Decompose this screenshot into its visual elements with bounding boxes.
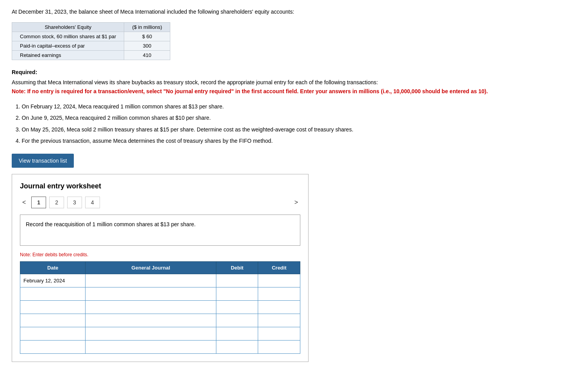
journal-debit-input[interactable] <box>219 304 255 310</box>
transaction-4: 4. For the previous transaction, assume … <box>16 136 566 146</box>
journal-account-input[interactable] <box>89 304 213 310</box>
journal-account-cell[interactable] <box>86 314 216 327</box>
equity-col-header-2: ($ in millions) <box>124 23 170 32</box>
journal-debit-cell[interactable] <box>216 287 258 300</box>
required-text: Assuming that Meca International views i… <box>12 78 566 87</box>
table-row <box>20 327 300 340</box>
journal-credit-cell[interactable] <box>258 314 300 327</box>
journal-account-input[interactable] <box>89 344 213 350</box>
journal-date-input[interactable] <box>23 331 82 337</box>
transactions-list: 1. On February 12, 2024, Meca reacquired… <box>12 102 566 146</box>
transaction-3: 3. On May 25, 2026, Meca sold 2 million … <box>16 125 566 135</box>
journal-account-cell[interactable] <box>86 327 216 340</box>
journal-debit-cell[interactable] <box>216 327 258 340</box>
tab-prev-button[interactable]: < <box>20 197 28 208</box>
journal-date-input[interactable] <box>23 291 82 297</box>
journal-credit-input[interactable] <box>261 344 297 350</box>
journal-table: Date General Journal Debit Credit <box>20 261 300 354</box>
tab-1[interactable]: 1 <box>31 197 46 208</box>
journal-account-input[interactable] <box>89 318 213 323</box>
journal-col-general: General Journal <box>86 261 216 274</box>
debits-note: Note: Enter debits before credits. <box>20 252 300 257</box>
equity-row-2-value: 300 <box>124 41 170 51</box>
required-section: Required: Assuming that Meca Internation… <box>12 68 566 96</box>
journal-col-date: Date <box>20 261 86 274</box>
journal-credit-input[interactable] <box>261 318 297 323</box>
journal-date-cell[interactable] <box>20 314 86 327</box>
equity-row-2-label: Paid-in capital–excess of par <box>12 41 124 51</box>
tab-next-button[interactable]: > <box>292 197 300 208</box>
journal-account-cell[interactable] <box>86 274 216 287</box>
journal-credit-input[interactable] <box>261 278 297 284</box>
journal-col-credit: Credit <box>258 261 300 274</box>
journal-debit-cell[interactable] <box>216 274 258 287</box>
journal-credit-input[interactable] <box>261 291 297 297</box>
worksheet-description: Record the reacquisition of 1 million co… <box>20 215 300 246</box>
journal-date-input[interactable] <box>23 344 82 350</box>
table-row <box>20 274 300 287</box>
worksheet-title: Journal entry worksheet <box>20 182 300 190</box>
journal-credit-cell[interactable] <box>258 274 300 287</box>
tab-2[interactable]: 2 <box>49 197 64 208</box>
journal-debit-cell[interactable] <box>216 340 258 353</box>
journal-credit-input[interactable] <box>261 304 297 310</box>
journal-date-cell[interactable] <box>20 340 86 353</box>
equity-row-3-label: Retained earnings <box>12 51 124 60</box>
journal-credit-cell[interactable] <box>258 287 300 300</box>
tab-3[interactable]: 3 <box>67 197 82 208</box>
journal-debit-cell[interactable] <box>216 314 258 327</box>
tab-navigation: < 1 2 3 4 > <box>20 197 300 208</box>
transaction-1: 1. On February 12, 2024, Meca reacquired… <box>16 102 566 112</box>
journal-credit-input[interactable] <box>261 331 297 337</box>
journal-date-cell[interactable] <box>20 300 86 314</box>
journal-credit-cell[interactable] <box>258 300 300 314</box>
journal-debit-input[interactable] <box>219 331 255 337</box>
journal-date-input[interactable] <box>23 304 82 310</box>
journal-credit-cell[interactable] <box>258 340 300 353</box>
journal-date-cell[interactable] <box>20 274 86 287</box>
journal-account-cell[interactable] <box>86 287 216 300</box>
equity-row-1-value: $ 60 <box>124 32 170 41</box>
table-row <box>20 340 300 353</box>
intro-text: At December 31, 2023, the balance sheet … <box>12 8 566 16</box>
journal-debit-cell[interactable] <box>216 300 258 314</box>
table-row <box>20 314 300 327</box>
journal-debit-input[interactable] <box>219 278 255 284</box>
journal-col-debit: Debit <box>216 261 258 274</box>
tab-4[interactable]: 4 <box>85 197 100 208</box>
table-row <box>20 300 300 314</box>
table-row <box>20 287 300 300</box>
equity-col-header-1: Shareholders' Equity <box>12 23 124 32</box>
required-note: Note: If no entry is required for a tran… <box>12 87 566 96</box>
required-label: Required: <box>12 68 566 76</box>
journal-date-input[interactable] <box>23 278 82 284</box>
journal-date-cell[interactable] <box>20 327 86 340</box>
view-transaction-list-button[interactable]: View transaction list <box>12 154 74 168</box>
transaction-2: 2. On June 9, 2025, Meca reacquired 2 mi… <box>16 113 566 123</box>
journal-debit-input[interactable] <box>219 318 255 323</box>
equity-row-1-label: Common stock, 60 million shares at $1 pa… <box>12 32 124 41</box>
journal-debit-input[interactable] <box>219 344 255 350</box>
journal-account-input[interactable] <box>89 331 213 337</box>
journal-date-input[interactable] <box>23 318 82 323</box>
journal-account-cell[interactable] <box>86 300 216 314</box>
journal-credit-cell[interactable] <box>258 327 300 340</box>
equity-row-3-value: 410 <box>124 51 170 60</box>
worksheet-container: Journal entry worksheet < 1 2 3 4 > Reco… <box>12 174 309 362</box>
equity-table: Shareholders' Equity ($ in millions) Com… <box>12 22 170 60</box>
journal-account-input[interactable] <box>89 278 213 284</box>
journal-debit-input[interactable] <box>219 291 255 297</box>
journal-date-cell[interactable] <box>20 287 86 300</box>
journal-account-cell[interactable] <box>86 340 216 353</box>
journal-account-input[interactable] <box>89 291 213 297</box>
